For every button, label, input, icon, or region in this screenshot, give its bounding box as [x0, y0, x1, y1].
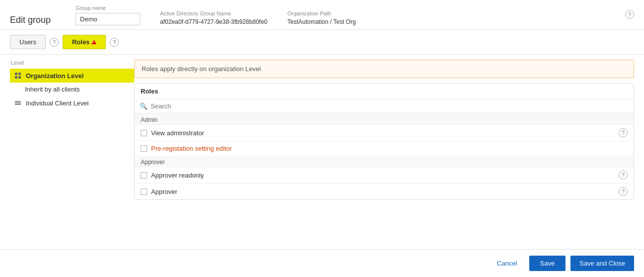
approver-label: Approver — [151, 188, 177, 195]
svg-rect-4 — [15, 101, 21, 102]
role-item-approver: Approver ? — [135, 183, 634, 199]
approver-category: Approver — [135, 156, 634, 167]
group-name-field: Group name — [76, 5, 140, 25]
users-help-icon[interactable]: ? — [50, 38, 59, 47]
approver-readonly-help-icon[interactable]: ? — [619, 171, 628, 180]
roles-search-input[interactable] — [151, 102, 629, 110]
level-item-inherit[interactable]: Inherit by all clients — [10, 83, 134, 96]
ad-group-value: af02ea0f-d779-4727-9e38-3fb928b80fe0 — [160, 18, 267, 25]
main-content: Level Organization Level Inherit by all … — [0, 55, 644, 205]
footer: Cancel Save Save and Close — [0, 249, 644, 277]
view-admin-help-icon[interactable]: ? — [619, 128, 628, 137]
level-item-client[interactable]: Individual Client Level — [10, 96, 134, 110]
group-name-input[interactable] — [76, 13, 140, 25]
svg-rect-5 — [15, 102, 21, 103]
roles-search: 🔍 — [135, 99, 634, 113]
org-path-label: Organization Path — [287, 10, 356, 16]
org-level-icon — [14, 72, 22, 80]
level-section-label: Level — [10, 60, 134, 66]
top-help-icon[interactable]: ? — [625, 10, 634, 19]
pre-reg-checkbox[interactable] — [141, 145, 147, 152]
header: Edit group Group name Active Directory G… — [0, 0, 644, 30]
approver-checkbox[interactable] — [141, 188, 147, 195]
role-item-approver-readonly: Approver readonly ? — [135, 167, 634, 183]
org-path-value: TestAutomation / Test Org — [287, 18, 356, 25]
info-banner: Roles apply directly on organization Lev… — [134, 60, 634, 78]
client-level-icon — [14, 99, 22, 107]
roles-panel: Roles apply directly on organization Lev… — [134, 60, 634, 200]
ad-group-label: Active Directory Group Name — [160, 10, 267, 16]
group-name-label: Group name — [76, 5, 140, 11]
org-path-field: Organization Path TestAutomation / Test … — [287, 10, 356, 25]
level-item-org[interactable]: Organization Level — [10, 69, 134, 83]
pre-reg-label: Pre-registation setting editor — [151, 145, 232, 152]
page-title: Edit group — [10, 15, 51, 25]
roles-warning-icon — [91, 40, 96, 44]
approver-readonly-checkbox[interactable] — [141, 172, 147, 179]
approver-help-icon[interactable]: ? — [619, 187, 628, 196]
roles-box: Roles 🔍 Admin View administrator ? Pre-r — [134, 83, 634, 200]
inherit-level-label: Inherit by all clients — [14, 86, 80, 93]
save-and-close-button[interactable]: Save and Close — [570, 256, 634, 271]
roles-help-icon[interactable]: ? — [110, 38, 119, 47]
client-level-label: Individual Client Level — [26, 99, 88, 107]
svg-rect-1 — [18, 73, 21, 75]
level-sidebar: Level Organization Level Inherit by all … — [10, 60, 134, 200]
role-item-pre-reg: Pre-registation setting editor — [135, 141, 634, 156]
cancel-button[interactable]: Cancel — [490, 256, 524, 271]
ad-group-field: Active Directory Group Name af02ea0f-d77… — [160, 10, 267, 25]
save-button[interactable]: Save — [529, 256, 566, 271]
svg-rect-6 — [15, 104, 21, 105]
search-icon: 🔍 — [140, 102, 148, 110]
view-admin-checkbox[interactable] — [141, 130, 147, 136]
svg-rect-0 — [15, 73, 17, 75]
role-item-view-admin: View administrator ? — [135, 124, 634, 141]
info-banner-text: Roles apply directly on organization Lev… — [142, 65, 261, 73]
roles-box-title: Roles — [135, 84, 634, 99]
tab-roles[interactable]: Roles — [63, 35, 106, 49]
svg-rect-3 — [18, 76, 21, 79]
tab-users[interactable]: Users — [10, 35, 46, 49]
approver-readonly-label: Approver readonly — [151, 172, 204, 179]
admin-category: Admin — [135, 113, 634, 124]
org-level-label: Organization Level — [26, 72, 83, 80]
view-admin-label: View administrator — [151, 129, 204, 137]
tabs-area: Users ? Roles ? — [0, 30, 644, 55]
svg-rect-2 — [15, 76, 17, 79]
